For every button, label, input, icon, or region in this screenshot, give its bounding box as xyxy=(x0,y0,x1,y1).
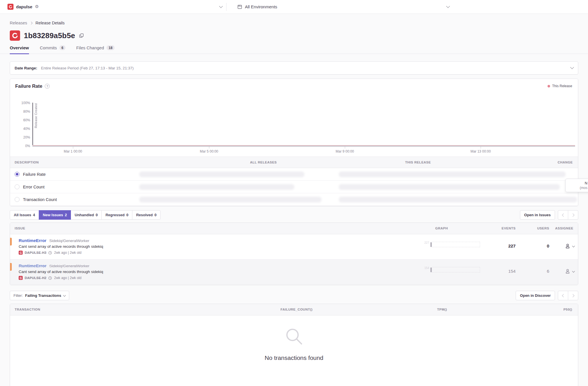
platform-ruby-icon xyxy=(10,30,20,41)
col-p50: P50() xyxy=(563,308,572,311)
filter-new-issues[interactable]: New Issues 2 xyxy=(39,210,71,220)
issue-age: 2wk ago | 2wk old xyxy=(54,251,81,255)
metrics-table-header: DESCRIPTION ALL RELEASES THIS RELEASE CH… xyxy=(10,157,578,168)
issue-events-count: 154 xyxy=(508,269,516,274)
filter-count: 4 xyxy=(33,213,35,217)
x-axis-tickmark xyxy=(209,147,209,149)
filter-count: 0 xyxy=(154,213,156,217)
failure-rate-card: Failure Rate ? This Release 100% 80% 60%… xyxy=(10,79,578,206)
organization-selector[interactable]: dapulse ⚙ xyxy=(7,4,222,10)
issue-sparkline: 227 xyxy=(424,242,480,247)
breadcrumb: Releases Release Details xyxy=(10,14,578,25)
prev-page-button[interactable] xyxy=(558,291,568,300)
copy-icon[interactable] xyxy=(79,33,84,38)
next-page-button[interactable] xyxy=(568,291,578,300)
transactions-toolbar: Filter: Failing Transactions Open in Dis… xyxy=(10,291,578,300)
tab-overview[interactable]: Overview xyxy=(10,45,29,54)
x-axis-tick: Mar 9 00:00 xyxy=(328,149,362,153)
y-axis-tick: 40% xyxy=(15,127,30,131)
assignee-selector[interactable] xyxy=(564,268,575,274)
user-icon xyxy=(564,243,571,249)
col-graph: GRAPH xyxy=(435,227,448,230)
col-assignee: ASSIGNEE xyxy=(555,227,573,230)
redacted-value xyxy=(139,171,304,177)
metric-row-error-count[interactable]: Error Count xyxy=(10,181,578,193)
help-icon[interactable]: ? xyxy=(45,84,50,89)
breadcrumb-releases[interactable]: Releases xyxy=(10,21,27,25)
x-axis-tickmark xyxy=(481,147,481,149)
redacted-value xyxy=(139,184,294,190)
files-count-badge: 18 xyxy=(107,45,114,50)
issue-message: Cant send array of active records throug… xyxy=(19,244,573,249)
project-icon xyxy=(19,276,23,280)
next-page-button[interactable] xyxy=(568,210,578,220)
issue-row: RuntimeError Sidekiq/GeneralWorker Cant … xyxy=(10,260,578,285)
tab-files-changed[interactable]: Files Changed 18 xyxy=(76,45,115,54)
breadcrumb-current: Release Details xyxy=(35,21,65,25)
assignee-selector[interactable] xyxy=(564,243,575,249)
issue-message: Cant send array of active records throug… xyxy=(19,270,573,274)
issue-title-link[interactable]: RuntimeError xyxy=(19,263,47,268)
filter-count: 0 xyxy=(96,213,98,217)
release-details-page: dapulse ⚙ All Environments Releases Rele… xyxy=(0,0,588,386)
filter-regressed[interactable]: Regressed 0 xyxy=(101,210,132,220)
col-all-releases: ALL RELEASES xyxy=(250,161,277,164)
chevron-right-icon xyxy=(571,213,574,217)
issue-row: RuntimeError Sidekiq/GeneralWorker Cant … xyxy=(10,234,578,260)
legend-label: This Release xyxy=(552,84,572,88)
release-created-marker xyxy=(32,103,33,146)
radio-icon[interactable] xyxy=(15,184,20,189)
environment-selector[interactable]: All Environments xyxy=(231,4,449,9)
col-transaction: TRANSACTION xyxy=(15,308,40,311)
issue-users-count: 0 xyxy=(547,243,549,249)
y-axis-tick: 0% xyxy=(15,144,30,148)
issue-meta: DAPULSE-H3 2wk ago | 2wk old xyxy=(19,251,573,255)
issues-toolbar: All Issues 4 New Issues 2 Unhandled 0 Re… xyxy=(10,210,578,220)
transaction-filter-selector[interactable]: Filter: Failing Transactions xyxy=(10,291,69,300)
empty-state-text: No transactions found xyxy=(265,354,323,361)
filter-all-issues[interactable]: All Issues 4 xyxy=(10,210,39,220)
chevron-down-icon xyxy=(446,4,450,8)
col-this-release: THIS RELEASE xyxy=(405,161,431,164)
commits-count-badge: 6 xyxy=(59,45,65,50)
clock-icon xyxy=(48,251,52,255)
tab-commits[interactable]: Commits 6 xyxy=(40,45,65,54)
gear-icon[interactable]: ⚙ xyxy=(35,5,39,9)
open-in-issues-button[interactable]: Open in Issues xyxy=(520,210,555,220)
project-icon xyxy=(19,251,23,255)
col-change: CHANGE xyxy=(558,161,573,164)
metric-row-transaction-count[interactable]: Transaction Count xyxy=(10,193,578,206)
x-axis-tickmark xyxy=(73,147,73,149)
open-in-discover-button[interactable]: Open in Discover xyxy=(516,291,555,300)
chevron-down-icon xyxy=(570,65,574,69)
chevron-right-icon xyxy=(30,22,33,24)
transactions-pagination xyxy=(558,291,578,300)
col-issue: ISSUE xyxy=(15,227,25,230)
filter-unhandled[interactable]: Unhandled 0 xyxy=(71,210,102,220)
chart-legend[interactable]: This Release xyxy=(548,84,572,88)
radio-selected-icon[interactable] xyxy=(15,172,20,177)
x-axis-tickmark xyxy=(345,147,345,149)
filter-resolved[interactable]: Resolved 0 xyxy=(132,210,160,220)
metric-row-failure-rate[interactable]: Failure Rate xyxy=(10,168,578,181)
topbar-divider xyxy=(226,3,227,11)
y-axis-tick: 100% xyxy=(15,101,30,105)
x-axis-tick: Mar 5 00:00 xyxy=(192,149,226,153)
y-axis-tick: 80% xyxy=(15,110,30,114)
prev-page-button[interactable] xyxy=(558,210,568,220)
col-tpm: TPM() xyxy=(437,308,447,311)
legend-dot-icon xyxy=(548,85,550,87)
date-range-value: Entire Release Period (Feb 27, 17:13 - M… xyxy=(41,66,134,70)
release-header: 1b83289a5b5e xyxy=(10,30,578,41)
date-range-selector[interactable]: Date Range: Entire Release Period (Feb 2… xyxy=(10,61,578,75)
radio-icon[interactable] xyxy=(15,197,20,202)
issue-users-count: 6 xyxy=(547,269,549,274)
x-axis-tick: Mar 1 00:00 xyxy=(56,149,90,153)
issue-meta: DAPULSE-H2 2wk ago | 2wk old xyxy=(19,276,573,280)
chevron-down-icon xyxy=(572,270,575,272)
date-range-label: Date Range: xyxy=(15,66,37,70)
issue-short-id: DAPULSE-H3 xyxy=(25,251,46,254)
redacted-value xyxy=(139,197,322,202)
issue-title-link[interactable]: RuntimeError xyxy=(19,238,47,243)
issue-age: 2wk ago | 2wk old xyxy=(54,276,81,280)
